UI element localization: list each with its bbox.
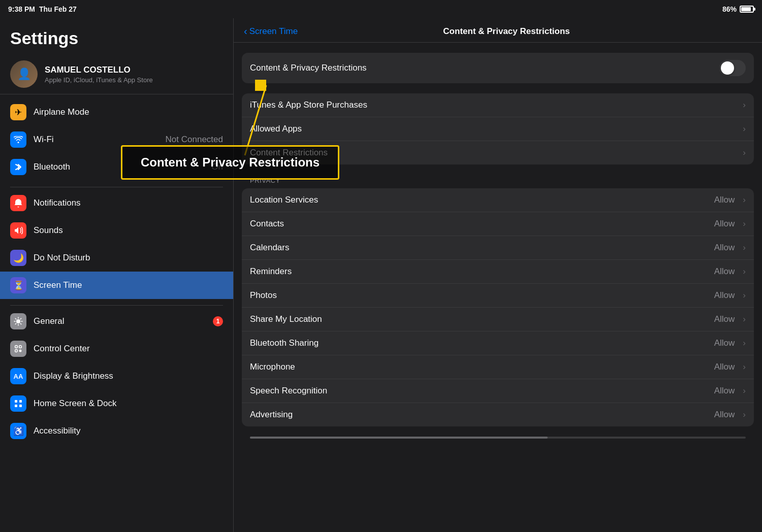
sidebar-item-wifi[interactable]: Wi-Fi Not Connected (0, 126, 233, 153)
photos-chevron: › (743, 290, 746, 301)
avatar: 👤 (10, 60, 38, 88)
sidebar-title: Settings (0, 18, 233, 54)
location-services-value: Allow (714, 195, 735, 205)
settings-row-share-my-location[interactable]: Share My Location Allow › (242, 308, 754, 331)
sidebar-label-airplane-mode: Airplane Mode (34, 107, 223, 117)
sidebar-item-airplane-mode[interactable]: ✈ Airplane Mode (0, 98, 233, 126)
svg-rect-7 (19, 405, 22, 407)
privacy-section-label: PRIVACY (242, 175, 754, 188)
location-services-label: Location Services (250, 195, 708, 205)
sidebar-label-notifications: Notifications (34, 198, 223, 208)
scrollbar-area (250, 437, 746, 439)
content-privacy-toggle-row[interactable]: Content & Privacy Restrictions (242, 53, 754, 83)
notifications-icon (10, 195, 26, 211)
svg-rect-5 (19, 400, 22, 403)
advertising-value: Allow (714, 410, 735, 420)
sidebar-item-screen-time[interactable]: ⏳ Screen Time (0, 272, 233, 299)
bluetooth-sharing-label: Bluetooth Sharing (250, 338, 708, 348)
microphone-chevron: › (743, 362, 746, 372)
account-sub: Apple ID, iCloud, iTunes & App Store (45, 76, 153, 84)
svg-point-3 (19, 350, 22, 352)
svg-rect-6 (15, 405, 17, 407)
location-services-chevron: › (743, 195, 746, 205)
sidebar-item-general[interactable]: General 1 (0, 308, 233, 335)
sidebar-section-system: Notifications Sounds 🌙 Do Not Disturb ⏳ … (0, 189, 233, 299)
settings-row-photos[interactable]: Photos Allow › (242, 284, 754, 308)
settings-row-contacts[interactable]: Contacts Allow › (242, 212, 754, 236)
speech-recognition-value: Allow (714, 386, 735, 396)
settings-row-location-services[interactable]: Location Services Allow › (242, 188, 754, 212)
sidebar-item-control-center[interactable]: Control Center (0, 335, 233, 362)
sidebar-item-sounds[interactable]: Sounds (0, 217, 233, 244)
share-my-location-chevron: › (743, 314, 746, 324)
settings-row-bluetooth-sharing[interactable]: Bluetooth Sharing Allow › (242, 331, 754, 355)
speech-recognition-label: Speech Recognition (250, 386, 708, 396)
sidebar-value-bluetooth: On (211, 162, 223, 172)
dnd-icon: 🌙 (10, 250, 26, 266)
detail-content: Content & Privacy Restrictions iTunes & … (234, 43, 762, 532)
sidebar-value-wifi: Not Connected (166, 135, 223, 145)
detail-panel: ‹ Screen Time Content & Privacy Restrict… (234, 18, 762, 532)
toggle-knob (721, 61, 734, 75)
bluetooth-sharing-chevron: › (743, 338, 746, 348)
scrollbar-thumb (250, 437, 548, 439)
sidebar-item-display-brightness[interactable]: AA Display & Brightness (0, 362, 233, 390)
reminders-value: Allow (714, 267, 735, 277)
advertising-label: Advertising (250, 410, 708, 420)
detail-header: ‹ Screen Time Content & Privacy Restrict… (234, 18, 762, 43)
contacts-chevron: › (743, 219, 746, 229)
account-row[interactable]: 👤 SAMUEL COSTELLO Apple ID, iCloud, iTun… (0, 54, 233, 94)
bluetooth-icon (10, 159, 26, 175)
calendars-chevron: › (743, 243, 746, 253)
sidebar-item-home-screen-dock[interactable]: Home Screen & Dock (0, 390, 233, 417)
main-layout: Settings 👤 SAMUEL COSTELLO Apple ID, iCl… (0, 18, 762, 532)
sidebar-item-notifications[interactable]: Notifications (0, 189, 233, 217)
microphone-label: Microphone (250, 362, 708, 372)
sidebar-item-do-not-disturb[interactable]: 🌙 Do Not Disturb (0, 244, 233, 272)
sidebar-label-display-brightness: Display & Brightness (34, 371, 223, 381)
toggle-label: Content & Privacy Restrictions (250, 63, 367, 73)
display-brightness-icon: AA (10, 368, 26, 384)
sidebar-section-more: General 1 Control Center AA Display & Br… (0, 308, 233, 445)
separator-2 (10, 305, 223, 306)
settings-row-advertising[interactable]: Advertising Allow › (242, 403, 754, 426)
detail-title: Content & Privacy Restrictions (302, 26, 711, 37)
account-name: SAMUEL COSTELLO (45, 65, 153, 75)
sidebar: Settings 👤 SAMUEL COSTELLO Apple ID, iCl… (0, 18, 234, 532)
allowed-apps-label: Allowed Apps (250, 124, 735, 134)
settings-row-microphone[interactable]: Microphone Allow › (242, 355, 754, 379)
settings-row-reminders[interactable]: Reminders Allow › (242, 260, 754, 284)
sidebar-section-connectivity: ✈ Airplane Mode Wi-Fi Not Connected (0, 98, 233, 181)
settings-row-speech-recognition[interactable]: Speech Recognition Allow › (242, 379, 754, 403)
calendars-value: Allow (714, 243, 735, 253)
back-button[interactable]: ‹ Screen Time (244, 25, 298, 37)
bluetooth-sharing-value: Allow (714, 338, 735, 348)
status-bar: 9:38 PM Thu Feb 27 86% (0, 0, 762, 18)
settings-row-calendars[interactable]: Calendars Allow › (242, 236, 754, 260)
status-time: 9:38 PM (8, 5, 35, 13)
sidebar-label-home-screen-dock: Home Screen & Dock (34, 398, 223, 409)
screen-time-icon: ⏳ (10, 277, 26, 293)
settings-row-itunes-purchases[interactable]: iTunes & App Store Purchases › (242, 93, 754, 117)
svg-point-1 (19, 346, 22, 348)
airplane-mode-icon: ✈ (10, 104, 26, 120)
sidebar-label-dnd: Do Not Disturb (34, 253, 223, 263)
settings-row-content-restrictions[interactable]: Content Restrictions › (242, 141, 754, 164)
share-my-location-value: Allow (714, 314, 735, 324)
content-privacy-toggle[interactable] (719, 60, 746, 76)
sidebar-item-accessibility[interactable]: ♿ Accessibility (0, 417, 233, 445)
account-info: SAMUEL COSTELLO Apple ID, iCloud, iTunes… (45, 65, 153, 84)
microphone-value: Allow (714, 362, 735, 372)
itunes-purchases-chevron: › (743, 100, 746, 110)
settings-row-allowed-apps[interactable]: Allowed Apps › (242, 117, 754, 141)
contacts-label: Contacts (250, 219, 708, 229)
sidebar-item-bluetooth[interactable]: Bluetooth On (0, 153, 233, 181)
contacts-value: Allow (714, 219, 735, 229)
advertising-chevron: › (743, 410, 746, 420)
sidebar-label-sounds: Sounds (34, 225, 223, 236)
home-screen-icon (10, 395, 26, 412)
reminders-chevron: › (743, 267, 746, 277)
battery-icon (740, 6, 754, 13)
sidebar-label-screen-time: Screen Time (34, 280, 223, 290)
settings-group-purchases: iTunes & App Store Purchases › Allowed A… (242, 93, 754, 164)
